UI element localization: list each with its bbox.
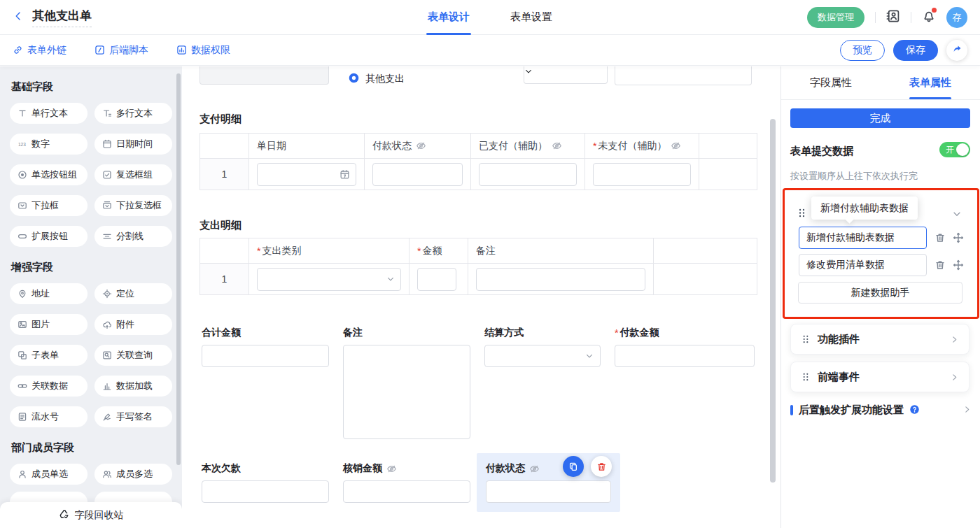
- field-settle-method[interactable]: 结算方式: [484, 327, 601, 367]
- assistant-item[interactable]: 修改费用清单数据: [799, 254, 927, 276]
- field-pill[interactable]: 日期时间: [94, 134, 172, 155]
- required-asterisk: *: [417, 245, 421, 257]
- sidebar-section-title: 部门成员字段: [11, 441, 172, 455]
- field-pill[interactable]: 图片: [10, 314, 88, 335]
- form-title[interactable]: 其他支出单: [32, 8, 92, 27]
- field-pill-label: 数据加载: [116, 380, 153, 392]
- radio-option[interactable]: 其他支出: [348, 72, 405, 86]
- notification-button[interactable]: [922, 9, 936, 25]
- member-multi-icon: [102, 469, 112, 479]
- field-pill[interactable]: 定位: [94, 283, 172, 304]
- select-input[interactable]: [257, 268, 401, 291]
- execution-hint: 按设置顺序从上往下依次执行完: [790, 170, 918, 183]
- field-remark[interactable]: 备注: [343, 327, 470, 439]
- assistant-item[interactable]: 新增付款辅助表数据: [799, 227, 927, 249]
- move-icon[interactable]: [953, 232, 964, 243]
- property-tab[interactable]: 表单属性: [881, 66, 980, 99]
- toolbar-links: 表单外链后端脚本数据权限: [13, 44, 258, 57]
- field-pill[interactable]: 123数字: [10, 134, 88, 155]
- drag-handle[interactable]: [797, 208, 807, 220]
- data-manage-button[interactable]: 数据管理: [807, 7, 864, 28]
- text-input[interactable]: [476, 268, 645, 291]
- text-input[interactable]: [593, 163, 691, 186]
- field-pill[interactable]: 流水号: [10, 406, 88, 427]
- field-pill[interactable]: 地址: [10, 283, 88, 304]
- help-question-icon[interactable]: [909, 404, 920, 417]
- toolbar-link[interactable]: 后端脚本: [94, 44, 148, 57]
- done-button[interactable]: 完成: [790, 108, 970, 128]
- clipped-select[interactable]: [524, 66, 608, 84]
- field-pill[interactable]: 子表单: [10, 345, 88, 366]
- field-pill-grid: 地址定位图片附件子表单关联查询关联数据数据加载流水号手写签名: [10, 283, 172, 427]
- eye-off-icon: [529, 464, 540, 474]
- submit-data-toggle[interactable]: 开: [939, 142, 970, 157]
- collapse-section-button[interactable]: [952, 209, 962, 221]
- text-input[interactable]: [343, 480, 470, 503]
- field-recycle-bin[interactable]: 字段回收站: [0, 502, 182, 528]
- toolbar-link[interactable]: 数据权限: [176, 44, 230, 57]
- select-input[interactable]: [484, 345, 601, 367]
- contact-book-button[interactable]: [886, 9, 900, 25]
- field-pill[interactable]: 扩展按钮: [10, 226, 88, 247]
- clipped-input[interactable]: [615, 66, 752, 85]
- field-pill-label: 手写签名: [116, 411, 153, 423]
- save-button[interactable]: 保存: [893, 40, 938, 61]
- field-pill[interactable]: 单选按钮组: [10, 164, 88, 185]
- field-pill[interactable]: 关联查询: [94, 345, 172, 366]
- field-pill[interactable]: 单行文本: [10, 103, 88, 124]
- toolbar-link-label: 表单外链: [27, 44, 66, 57]
- text-input[interactable]: [202, 480, 329, 503]
- field-pay-amount[interactable]: *付款金额: [615, 327, 755, 367]
- field-writeoff-amount[interactable]: 核销金额: [343, 462, 470, 503]
- preview-button[interactable]: 预览: [840, 40, 885, 61]
- copy-field-button[interactable]: [563, 456, 584, 477]
- field-pill[interactable]: 手写签名: [94, 406, 172, 427]
- column-label: 未支付（辅助）: [598, 140, 666, 152]
- field-pay-status-selected[interactable]: 付款状态: [477, 453, 620, 512]
- field-total-amount[interactable]: 合计金额: [202, 327, 329, 367]
- delete-field-button[interactable]: [591, 456, 612, 477]
- field-pill[interactable]: 多行文本: [94, 103, 172, 124]
- share-button[interactable]: [946, 40, 967, 61]
- toolbar-link-label: 后端脚本: [109, 44, 148, 57]
- canvas-scrollbar[interactable]: [770, 119, 776, 483]
- date-input[interactable]: [257, 163, 356, 186]
- text-input[interactable]: [372, 163, 463, 186]
- column-label: 备注: [476, 245, 496, 257]
- field-pill[interactable]: 关联数据: [10, 376, 88, 397]
- field-pill[interactable]: 下拉框: [10, 195, 88, 216]
- header-tab[interactable]: 表单设计: [428, 0, 470, 35]
- move-icon[interactable]: [953, 259, 964, 271]
- field-pill[interactable]: 复选框组: [94, 164, 172, 185]
- property-tab[interactable]: 字段属性: [781, 66, 881, 99]
- text-input[interactable]: [486, 480, 611, 503]
- field-pill[interactable]: 数据加载: [94, 376, 172, 397]
- back-button[interactable]: [13, 10, 24, 24]
- table-header-cell: [200, 134, 249, 159]
- panel-card[interactable]: 前端事件: [790, 362, 969, 392]
- section-accent-bar: [790, 405, 793, 415]
- text-input[interactable]: [479, 163, 577, 186]
- field-pill[interactable]: 附件: [94, 314, 172, 335]
- row-index: 1: [222, 169, 227, 180]
- new-data-assistant-button[interactable]: 新建数据助手: [798, 282, 962, 304]
- sidebar-scrollbar[interactable]: [176, 73, 181, 465]
- number-input[interactable]: [417, 268, 456, 291]
- textarea-input[interactable]: [343, 345, 470, 439]
- trash-icon[interactable]: [934, 259, 946, 271]
- field-pill[interactable]: 分割线: [94, 226, 172, 247]
- clipped-input[interactable]: [200, 66, 329, 85]
- avatar[interactable]: 存: [946, 7, 967, 28]
- field-current-debt[interactable]: 本次欠款: [202, 462, 329, 503]
- field-pill[interactable]: 下拉复选框: [94, 195, 172, 216]
- post-trigger-extension-row[interactable]: 后置触发扩展功能设置: [790, 404, 972, 417]
- recycle-icon: [59, 508, 70, 522]
- trash-icon[interactable]: [934, 232, 946, 243]
- field-pill[interactable]: 成员单选: [10, 464, 88, 485]
- panel-card[interactable]: 功能插件: [790, 324, 969, 355]
- toolbar-link[interactable]: 表单外链: [13, 44, 66, 57]
- text-input[interactable]: [202, 345, 329, 367]
- text-input[interactable]: [615, 345, 755, 367]
- header-tab[interactable]: 表单设置: [510, 0, 552, 35]
- field-pill[interactable]: 成员多选: [94, 464, 172, 485]
